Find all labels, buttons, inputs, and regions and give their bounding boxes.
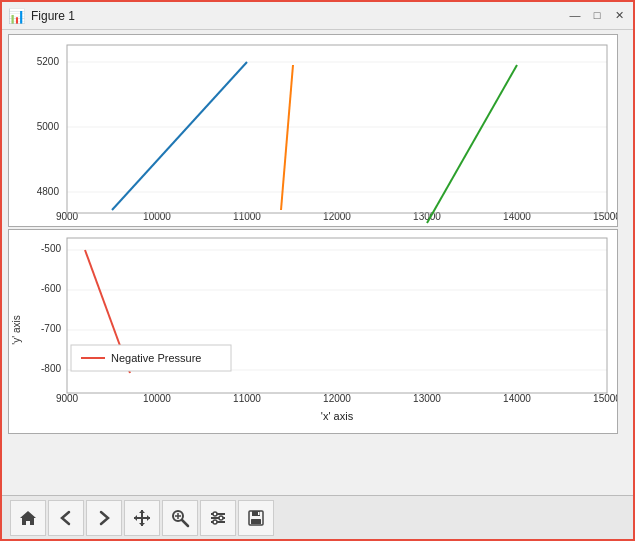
svg-rect-55 xyxy=(258,512,260,515)
home-button[interactable] xyxy=(10,500,46,536)
svg-text:9000: 9000 xyxy=(56,393,79,404)
svg-text:14000: 14000 xyxy=(503,393,531,404)
svg-rect-13 xyxy=(67,45,607,213)
settings-icon xyxy=(208,508,228,528)
svg-text:Negative Pressure: Negative Pressure xyxy=(111,352,202,364)
svg-text:15000: 15000 xyxy=(593,393,618,404)
svg-text:10000: 10000 xyxy=(143,393,171,404)
title-bar: 📊 Figure 1 — □ ✕ xyxy=(2,2,633,30)
svg-text:13000: 13000 xyxy=(413,393,441,404)
svg-line-43 xyxy=(182,520,188,526)
back-icon xyxy=(56,508,76,528)
bottom-chart: 'y' axis -500 -600 -700 -800 9000 10000 … xyxy=(8,229,627,434)
forward-icon xyxy=(94,508,114,528)
pan-icon xyxy=(132,508,152,528)
title-bar-left: 📊 Figure 1 xyxy=(8,8,75,24)
svg-text:-800: -800 xyxy=(41,363,61,374)
window-title: Figure 1 xyxy=(31,9,75,23)
svg-text:12000: 12000 xyxy=(323,393,351,404)
save-icon xyxy=(246,508,266,528)
forward-button[interactable] xyxy=(86,500,122,536)
bottom-chart-svg: 'y' axis -500 -600 -700 -800 9000 10000 … xyxy=(8,229,618,434)
svg-marker-39 xyxy=(20,511,36,525)
title-bar-controls: — □ ✕ xyxy=(567,9,627,22)
svg-point-49 xyxy=(213,512,217,516)
save-button[interactable] xyxy=(238,500,274,536)
svg-text:4800: 4800 xyxy=(37,186,60,197)
pan-button[interactable] xyxy=(124,500,160,536)
maximize-button[interactable]: □ xyxy=(589,9,605,22)
svg-line-14 xyxy=(112,62,247,210)
zoom-icon xyxy=(170,508,190,528)
svg-text:5200: 5200 xyxy=(37,56,60,67)
svg-text:'y' axis: 'y' axis xyxy=(11,315,22,344)
top-chart-svg: 5200 5000 4800 9000 10000 11000 12000 13… xyxy=(8,34,618,227)
svg-text:'x' axis: 'x' axis xyxy=(321,410,354,422)
minimize-button[interactable]: — xyxy=(567,9,583,22)
settings-button[interactable] xyxy=(200,500,236,536)
close-button[interactable]: ✕ xyxy=(611,9,627,22)
zoom-button[interactable] xyxy=(162,500,198,536)
top-chart: 5200 5000 4800 9000 10000 11000 12000 13… xyxy=(8,34,627,229)
plot-area: 5200 5000 4800 9000 10000 11000 12000 13… xyxy=(2,30,633,495)
svg-point-50 xyxy=(219,516,223,520)
svg-text:11000: 11000 xyxy=(233,393,261,404)
main-window: 📊 Figure 1 — □ ✕ 5200 5000 4800 xyxy=(0,0,635,541)
svg-line-16 xyxy=(427,65,517,223)
svg-text:-700: -700 xyxy=(41,323,61,334)
home-icon xyxy=(18,508,38,528)
svg-rect-54 xyxy=(251,519,261,524)
chart-container: 5200 5000 4800 9000 10000 11000 12000 13… xyxy=(8,34,627,495)
svg-text:-600: -600 xyxy=(41,283,61,294)
toolbar xyxy=(2,495,633,539)
back-button[interactable] xyxy=(48,500,84,536)
window-icon: 📊 xyxy=(8,8,25,24)
svg-text:-500: -500 xyxy=(41,243,61,254)
svg-point-51 xyxy=(213,520,217,524)
svg-text:5000: 5000 xyxy=(37,121,60,132)
svg-line-15 xyxy=(281,65,293,210)
